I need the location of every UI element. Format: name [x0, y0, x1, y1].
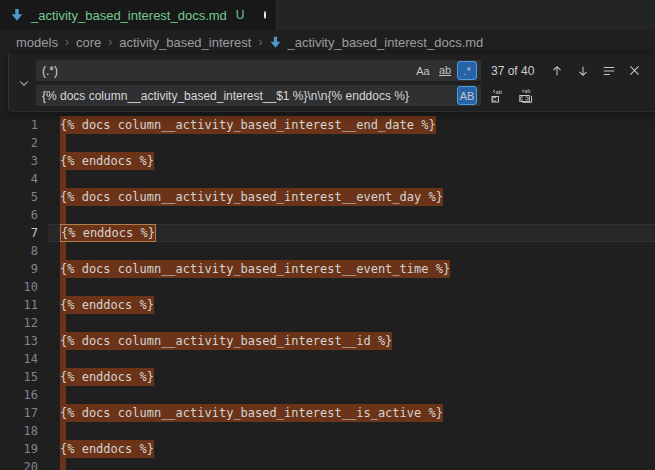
editor-line: 4	[0, 170, 655, 188]
find-match-highlight: {% docs column__activity_based_interest_…	[60, 332, 392, 350]
previous-match-arrow-up-icon[interactable]	[546, 60, 567, 81]
code-line[interactable]: {% enddocs %}	[48, 296, 655, 314]
find-input[interactable]: (.*) Aa ab .*	[36, 60, 481, 81]
dbt-docs-file-icon	[269, 36, 282, 49]
line-number[interactable]: 17	[0, 404, 48, 422]
breadcrumb-item[interactable]: models	[16, 35, 58, 50]
code-line[interactable]	[48, 350, 655, 368]
editor-line: 17{% docs column__activity_based_interes…	[0, 404, 655, 422]
whole-word-toggle[interactable]: ab	[435, 61, 455, 80]
editor-line: 9{% docs column__activity_based_interest…	[0, 260, 655, 278]
find-match-highlight: {% docs column__activity_based_interest_…	[60, 404, 443, 422]
line-number[interactable]: 2	[0, 134, 48, 152]
find-match-highlight: {% enddocs %}	[60, 440, 154, 458]
svg-text:ab: ab	[495, 88, 502, 94]
line-number[interactable]: 6	[0, 206, 48, 224]
line-number[interactable]: 15	[0, 368, 48, 386]
code-line[interactable]: {% enddocs %}	[48, 440, 655, 458]
code-line[interactable]: {% docs column__activity_based_interest_…	[48, 404, 655, 422]
line-number[interactable]: 19	[0, 440, 48, 458]
find-match-highlight: {% enddocs %}	[60, 296, 154, 314]
replace-all-icon[interactable]: ab	[515, 85, 536, 106]
tab-filename: _activity_based_interest_docs.md	[31, 8, 227, 23]
breadcrumb-item[interactable]: activity_based_interest	[119, 35, 251, 50]
code-line[interactable]	[48, 134, 655, 152]
editor-line: 1{% docs column__activity_based_interest…	[0, 116, 655, 134]
editor-line: 11{% enddocs %}	[0, 296, 655, 314]
current-find-match: {% enddocs %}	[60, 224, 156, 242]
dbt-docs-file-icon	[10, 8, 24, 22]
editor-line: 7{% enddocs %}	[0, 224, 655, 242]
match-case-toggle[interactable]: Aa	[413, 61, 433, 80]
code-line[interactable]	[48, 458, 655, 470]
svg-text:ab: ab	[524, 88, 530, 94]
code-line[interactable]: {% enddocs %}	[48, 368, 655, 386]
line-number[interactable]: 3	[0, 152, 48, 170]
find-input-value: (.*)	[42, 64, 413, 78]
line-number[interactable]: 16	[0, 386, 48, 404]
preserve-case-toggle[interactable]: AB	[457, 86, 477, 105]
line-number[interactable]: 20	[0, 458, 48, 470]
code-line[interactable]: {% docs column__activity_based_interest_…	[48, 332, 655, 350]
breadcrumb-item[interactable]: _activity_based_interest_docs.md	[269, 35, 483, 50]
code-line[interactable]	[48, 242, 655, 260]
editor-line: 2	[0, 134, 655, 152]
line-number[interactable]: 12	[0, 314, 48, 332]
find-nav-buttons	[546, 60, 649, 81]
code-line[interactable]	[48, 422, 655, 440]
line-number[interactable]: 10	[0, 278, 48, 296]
code-line[interactable]	[48, 314, 655, 332]
line-number[interactable]: 4	[0, 170, 48, 188]
editor-line: 12	[0, 314, 655, 332]
editor-line: 15{% enddocs %}	[0, 368, 655, 386]
code-line[interactable]: {% enddocs %}	[48, 224, 655, 242]
code-line[interactable]: {% enddocs %}	[48, 152, 655, 170]
empty-line-match-highlight	[60, 242, 66, 260]
empty-line-match-highlight	[60, 170, 66, 188]
editor-line: 14	[0, 350, 655, 368]
find-in-selection-icon[interactable]	[598, 60, 619, 81]
editor-lines: 1{% docs column__activity_based_interest…	[0, 116, 655, 470]
git-status-badge: U	[236, 8, 245, 22]
line-number[interactable]: 11	[0, 296, 48, 314]
code-line[interactable]	[48, 278, 655, 296]
close-find-widget-icon[interactable]	[624, 60, 645, 81]
find-row: (.*) Aa ab .* 37 of 40	[36, 60, 649, 81]
next-match-arrow-down-icon[interactable]	[572, 60, 593, 81]
line-number[interactable]: 5	[0, 188, 48, 206]
code-line[interactable]: {% docs column__activity_based_interest_…	[48, 260, 655, 278]
replace-icon[interactable]: ab	[487, 85, 508, 106]
unsaved-changes-dot-icon[interactable]	[264, 11, 266, 19]
breadcrumb-separator-icon: ›	[65, 35, 69, 49]
empty-line-match-highlight	[60, 314, 66, 332]
code-line[interactable]	[48, 170, 655, 188]
code-line[interactable]	[48, 206, 655, 224]
code-line[interactable]: {% docs column__activity_based_interest_…	[48, 188, 655, 206]
code-line[interactable]: {% docs column__activity_based_interest_…	[48, 116, 655, 134]
breadcrumb-separator-icon: ›	[108, 35, 112, 49]
breadcrumb-separator-icon: ›	[258, 35, 262, 49]
replace-input[interactable]: {% docs column__activity_based_interest_…	[36, 85, 481, 106]
replace-input-value: {% docs column__activity_based_interest_…	[42, 89, 457, 103]
replace-row: {% docs column__activity_based_interest_…	[36, 85, 649, 106]
tab-bar: _activity_based_interest_docs.md U	[0, 0, 655, 30]
editor-line: 13{% docs column__activity_based_interes…	[0, 332, 655, 350]
replace-buttons: ab ab	[487, 85, 536, 106]
empty-line-match-highlight	[60, 134, 66, 152]
editor-line: 8	[0, 242, 655, 260]
line-number[interactable]: 1	[0, 116, 48, 134]
regex-toggle[interactable]: .*	[457, 61, 477, 80]
line-number[interactable]: 8	[0, 242, 48, 260]
toggle-replace-chevron-icon[interactable]	[13, 54, 35, 111]
line-number[interactable]: 18	[0, 422, 48, 440]
empty-line-match-highlight	[60, 458, 66, 470]
code-line[interactable]	[48, 386, 655, 404]
line-number[interactable]: 7	[0, 224, 48, 242]
editor-line: 16	[0, 386, 655, 404]
breadcrumb-item[interactable]: core	[76, 35, 101, 50]
editor-tab[interactable]: _activity_based_interest_docs.md U	[0, 0, 277, 30]
line-number[interactable]: 9	[0, 260, 48, 278]
line-number[interactable]: 13	[0, 332, 48, 350]
line-number[interactable]: 14	[0, 350, 48, 368]
editor-line: 20	[0, 458, 655, 470]
